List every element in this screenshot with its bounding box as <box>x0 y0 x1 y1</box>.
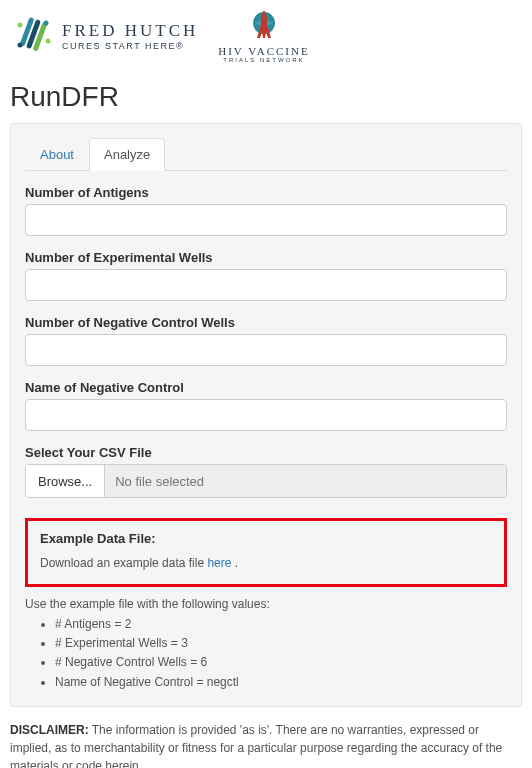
svg-point-4 <box>18 23 23 28</box>
tab-about[interactable]: About <box>25 138 89 171</box>
example-box: Example Data File: Download an example d… <box>25 518 507 587</box>
list-item: # Antigens = 2 <box>55 615 507 634</box>
fred-hutch-icon <box>12 13 54 58</box>
file-input-row: Browse... <box>25 464 507 498</box>
header-logos: FRED HUTCH CURES START HERE® HIV VACCINE… <box>0 0 532 71</box>
tab-analyze[interactable]: Analyze <box>89 138 165 171</box>
label-csv: Select Your CSV File <box>25 445 507 460</box>
svg-point-5 <box>44 21 49 26</box>
input-num-antigens[interactable] <box>25 204 507 236</box>
disclaimer-label: DISCLAIMER: <box>10 723 89 737</box>
input-neg-name[interactable] <box>25 399 507 431</box>
svg-point-6 <box>46 39 51 44</box>
label-neg-name: Name of Negative Control <box>25 380 507 395</box>
list-item: Name of Negative Control = negctl <box>55 673 507 692</box>
hvtn-title: HIV VACCINE <box>218 45 309 57</box>
example-prefix: Download an example data file <box>40 556 207 570</box>
main-panel: About Analyze Number of Antigens Number … <box>10 123 522 707</box>
globe-ribbon-icon <box>247 8 281 45</box>
list-item: # Negative Control Wells = 6 <box>55 653 507 672</box>
list-item: # Experimental Wells = 3 <box>55 634 507 653</box>
file-selected-text <box>105 465 506 497</box>
hvtn-subtitle: TRIALS NETWORK <box>223 57 304 63</box>
example-values-list: # Antigens = 2 # Experimental Wells = 3 … <box>25 615 507 692</box>
input-num-neg-wells[interactable] <box>25 334 507 366</box>
label-num-neg-wells: Number of Negative Control Wells <box>25 315 507 330</box>
input-num-exp-wells[interactable] <box>25 269 507 301</box>
example-line: Download an example data file here . <box>40 556 492 570</box>
example-usage: Use the example file with the following … <box>25 597 507 611</box>
fred-hutch-logo: FRED HUTCH CURES START HERE® <box>12 13 198 58</box>
tab-bar: About Analyze <box>25 138 507 171</box>
fred-hutch-title: FRED HUTCH <box>62 21 198 41</box>
example-suffix: . <box>231 556 238 570</box>
fred-hutch-subtitle: CURES START HERE® <box>62 41 198 51</box>
page-title: RunDFR <box>10 81 532 113</box>
label-num-exp-wells: Number of Experimental Wells <box>25 250 507 265</box>
svg-point-7 <box>18 43 23 48</box>
hvtn-logo: HIV VACCINE TRIALS NETWORK <box>218 8 309 63</box>
example-link[interactable]: here <box>207 556 231 570</box>
disclaimer: DISCLAIMER: The information is provided … <box>10 721 522 768</box>
label-num-antigens: Number of Antigens <box>25 185 507 200</box>
example-title: Example Data File: <box>40 531 492 546</box>
browse-button[interactable]: Browse... <box>26 465 105 497</box>
